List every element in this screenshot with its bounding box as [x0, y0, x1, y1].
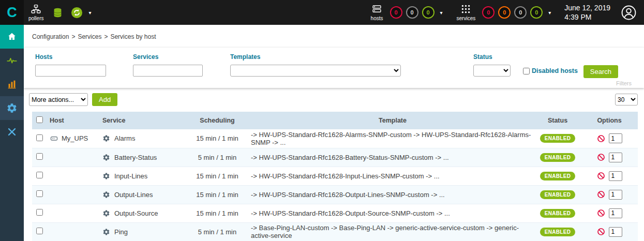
page-size-select[interactable]: 30 — [615, 94, 638, 106]
status-badge: ENABLED — [540, 153, 575, 162]
services-status-menu[interactable]: services — [457, 4, 476, 21]
services-counters: 0 0 0 0 — [482, 6, 551, 19]
pollers-label: pollers — [28, 16, 43, 21]
main-content: Configuration>Services>Services by host … — [24, 25, 644, 241]
table-row: My_UPS Alarms 15 min / 1 min -> HW-UPS-S… — [32, 129, 638, 148]
user-profile-icon[interactable] — [621, 5, 637, 21]
hosts-filter-label: Hosts — [35, 53, 106, 61]
search-button[interactable]: Search — [583, 65, 618, 78]
database-status-icon[interactable] — [52, 7, 64, 19]
duplicate-count-input[interactable] — [609, 190, 622, 200]
template-chain[interactable]: -> HW-UPS-Standard-Rfc1628-Input-Lines-S… — [246, 167, 534, 185]
sidebar-item-administration[interactable] — [0, 120, 24, 144]
hosts-label: hosts — [371, 16, 383, 21]
service-name-link[interactable]: Alarms — [114, 134, 135, 142]
more-actions-select[interactable]: More actions... — [29, 93, 88, 106]
disable-service-icon[interactable] — [597, 209, 605, 217]
select-all-checkbox[interactable] — [36, 116, 43, 123]
templates-filter-select[interactable] — [230, 65, 401, 77]
header-template: Template — [246, 112, 534, 129]
disable-service-icon[interactable] — [597, 134, 605, 143]
template-chain[interactable]: -> HW-UPS-Standard-Rfc1628-Output-Lines-… — [246, 185, 534, 204]
scheduling-cell: 5 min / 1 min — [189, 222, 246, 241]
services-ok-counter[interactable]: 0 — [530, 6, 543, 19]
breadcrumb-services[interactable]: Services — [78, 33, 101, 40]
status-badge: ENABLED — [540, 134, 575, 143]
services-critical-counter[interactable]: 0 — [482, 6, 495, 19]
header-service: Service — [98, 112, 189, 129]
breadcrumb-configuration[interactable]: Configuration — [32, 33, 69, 40]
duplicate-count-input[interactable] — [609, 208, 622, 218]
service-name-link[interactable]: Battery-Status — [114, 154, 157, 161]
chart-icon — [6, 79, 18, 90]
duplicate-count-input[interactable] — [609, 133, 622, 143]
filters-caption: Filters — [616, 80, 632, 86]
centreon-logo-letter: C — [7, 6, 17, 20]
home-icon — [6, 31, 18, 42]
host-name-cell — [47, 204, 98, 222]
sidebar-item-reporting[interactable] — [0, 72, 24, 96]
table-row: Output-Source 15 min / 1 min -> HW-UPS-S… — [32, 204, 638, 222]
services-warning-counter[interactable]: 0 — [498, 6, 511, 19]
row-checkbox[interactable] — [36, 134, 43, 141]
disable-service-icon[interactable] — [597, 153, 605, 161]
header-scheduling: Scheduling — [189, 112, 246, 129]
service-gear-icon[interactable] — [102, 228, 110, 236]
row-checkbox[interactable] — [36, 153, 43, 160]
pollers-menu[interactable]: pollers — [28, 4, 43, 21]
chevron-down-icon[interactable] — [88, 10, 91, 16]
disabled-hosts-label[interactable]: Disabled hosts — [532, 67, 578, 74]
service-gear-icon[interactable] — [102, 191, 110, 199]
template-chain[interactable]: -> HW-UPS-Standard-Rfc1628-Alarms-SNMP-c… — [246, 129, 534, 148]
sidebar-item-configuration[interactable] — [0, 96, 24, 120]
hosts-down-counter[interactable]: 0 — [390, 6, 402, 19]
host-device-icon — [50, 134, 58, 143]
row-checkbox[interactable] — [36, 172, 43, 178]
disable-service-icon[interactable] — [597, 228, 605, 236]
row-checkbox[interactable] — [36, 209, 43, 216]
centreon-logo[interactable]: C — [0, 0, 24, 25]
template-chain[interactable]: -> HW-UPS-Standard-Rfc1628-Output-Source… — [246, 204, 534, 222]
chevron-down-icon[interactable] — [548, 10, 551, 16]
chevron-down-icon[interactable] — [440, 10, 443, 16]
sidebar-item-monitoring[interactable] — [0, 49, 24, 72]
services-icon — [460, 4, 471, 14]
host-name-link[interactable]: My_UPS — [62, 134, 88, 142]
hosts-filter-input[interactable] — [35, 65, 106, 77]
hosts-unreachable-counter[interactable]: 0 — [406, 6, 418, 19]
service-name-link[interactable]: Input-Lines — [114, 172, 147, 180]
table-header-row: Host Service Scheduling Template Status … — [32, 112, 638, 129]
row-checkbox[interactable] — [36, 190, 43, 197]
table-row: Input-Lines 15 min / 1 min -> HW-UPS-Sta… — [32, 167, 638, 185]
hosts-up-counter[interactable]: 0 — [422, 6, 435, 19]
service-gear-icon[interactable] — [102, 209, 110, 217]
status-filter-select[interactable] — [473, 65, 511, 77]
duplicate-count-input[interactable] — [609, 153, 622, 162]
disabled-hosts-checkbox[interactable] — [523, 68, 530, 74]
services-unknown-counter[interactable]: 0 — [514, 6, 527, 19]
duplicate-count-input[interactable] — [609, 171, 622, 181]
disable-service-icon[interactable] — [597, 172, 605, 180]
add-button[interactable]: Add — [92, 93, 117, 106]
service-gear-icon[interactable] — [102, 134, 110, 142]
host-name-cell — [47, 222, 98, 241]
breadcrumb-separator: > — [71, 33, 75, 40]
service-name-link[interactable]: Output-Lines — [114, 191, 153, 199]
service-gear-icon[interactable] — [102, 172, 110, 180]
service-name-link[interactable]: Ping — [114, 228, 128, 236]
scheduling-cell: 15 min / 1 min — [189, 167, 246, 185]
status-filter-label: Status — [473, 53, 511, 61]
template-chain[interactable]: -> Base-Ping-LAN-custom -> Base-Ping-LAN… — [246, 222, 534, 241]
sync-status-icon[interactable] — [71, 7, 83, 19]
service-name-link[interactable]: Output-Source — [114, 209, 158, 217]
duplicate-count-input[interactable] — [609, 227, 622, 237]
hosts-status-menu[interactable]: hosts — [371, 4, 383, 21]
disable-service-icon[interactable] — [597, 190, 605, 199]
services-filter-input[interactable] — [133, 65, 203, 77]
service-gear-icon[interactable] — [102, 154, 110, 161]
sidebar-item-home[interactable] — [0, 25, 24, 49]
row-checkbox[interactable] — [36, 228, 43, 234]
gear-icon — [6, 102, 18, 114]
host-name-cell — [47, 167, 98, 185]
template-chain[interactable]: -> HW-UPS-Standard-Rfc1628-Battery-Statu… — [246, 148, 534, 167]
